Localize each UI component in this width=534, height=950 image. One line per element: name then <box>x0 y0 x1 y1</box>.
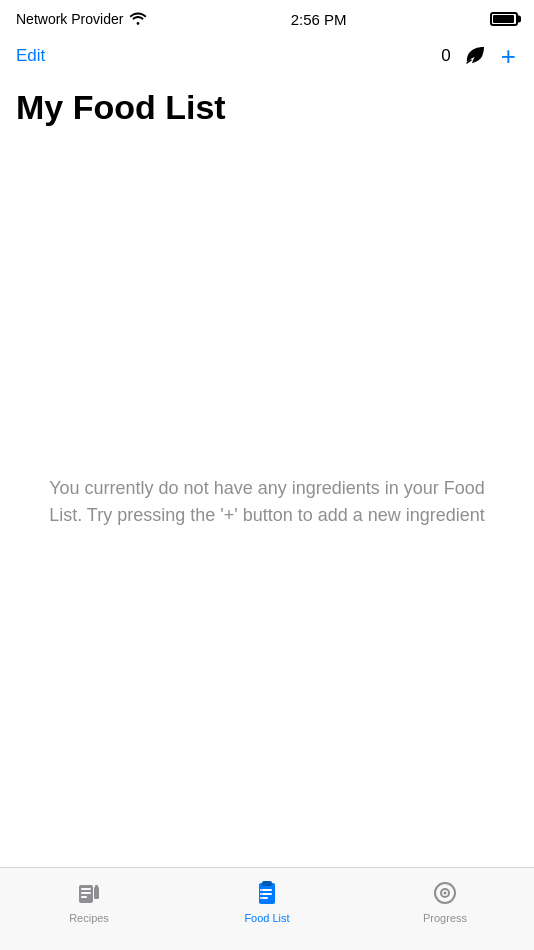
wifi-icon <box>129 11 147 28</box>
nav-bar: Edit 0 + <box>0 36 534 80</box>
svg-rect-10 <box>262 897 268 899</box>
svg-rect-9 <box>262 893 272 895</box>
tab-food-list-label: Food List <box>244 912 289 924</box>
main-content: You currently do not have any ingredient… <box>0 143 534 860</box>
status-time: 2:56 PM <box>291 11 347 28</box>
status-left: Network Provider <box>16 11 147 28</box>
svg-point-13 <box>260 897 262 899</box>
food-list-icon <box>252 878 282 908</box>
network-provider-label: Network Provider <box>16 11 123 27</box>
svg-point-16 <box>444 892 447 895</box>
svg-rect-3 <box>81 896 87 898</box>
nav-right: 0 + <box>441 42 518 70</box>
tab-bar: Recipes Food List Progres <box>0 867 534 950</box>
svg-point-12 <box>260 893 262 895</box>
svg-point-11 <box>260 889 262 891</box>
edit-button[interactable]: Edit <box>16 46 45 66</box>
svg-rect-8 <box>262 889 272 891</box>
progress-icon <box>430 878 460 908</box>
recipes-icon <box>74 878 104 908</box>
tab-food-list[interactable]: Food List <box>227 878 307 924</box>
add-button[interactable]: + <box>499 43 518 69</box>
svg-rect-1 <box>81 888 91 890</box>
svg-rect-7 <box>262 881 272 886</box>
svg-rect-2 <box>81 892 91 894</box>
tab-progress[interactable]: Progress <box>405 878 485 924</box>
svg-rect-4 <box>94 887 99 899</box>
tab-progress-label: Progress <box>423 912 467 924</box>
page-title: My Food List <box>0 80 534 143</box>
tab-recipes[interactable]: Recipes <box>49 878 129 924</box>
empty-message: You currently do not have any ingredient… <box>40 475 494 529</box>
leaf-icon <box>461 42 489 70</box>
battery-icon <box>490 12 518 26</box>
status-bar: Network Provider 2:56 PM <box>0 0 534 36</box>
svg-rect-5 <box>95 885 98 888</box>
tab-recipes-label: Recipes <box>69 912 109 924</box>
item-count: 0 <box>441 46 450 66</box>
